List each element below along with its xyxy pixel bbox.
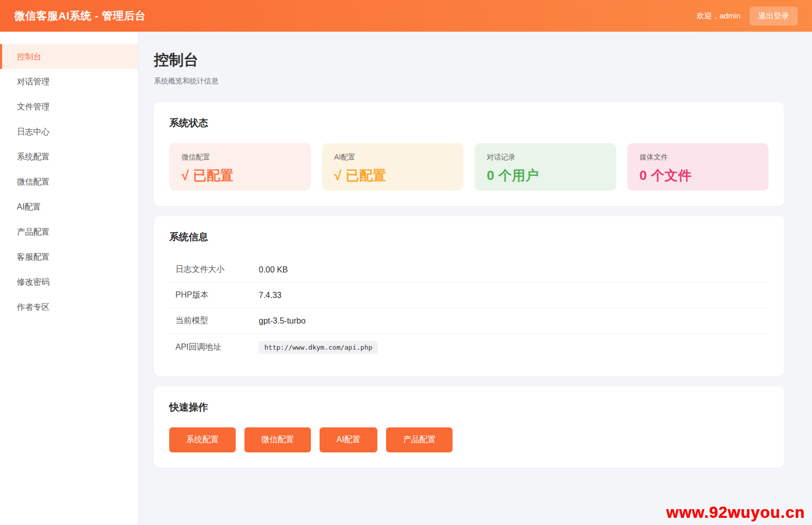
info-label: 当前模型: [175, 315, 259, 326]
sidebar-item-change-password[interactable]: 修改密码: [0, 269, 138, 294]
status-value: 0 个文件: [640, 167, 757, 185]
quick-actions-row: 系统配置 微信配置 AI配置 产品配置: [169, 427, 769, 452]
api-url-code: http://www.dkym.com/api.php: [259, 341, 378, 354]
sidebar-item-wechat-config[interactable]: 微信配置: [0, 169, 138, 194]
status-label: 媒体文件: [640, 153, 757, 162]
info-value: 0.00 KB: [259, 265, 288, 275]
status-value: √ 已配置: [334, 167, 452, 185]
system-info-card: 系统信息 日志文件大小 0.00 KB PHP版本 7.4.33 当前模型 gp…: [154, 216, 784, 376]
sidebar: 控制台 对话管理 文件管理 日志中心 系统配置 微信配置 AI配置 产品配置 客…: [0, 32, 139, 525]
sidebar-item-product-config[interactable]: 产品配置: [0, 219, 138, 244]
quick-product-config-button[interactable]: 产品配置: [386, 427, 453, 452]
app-title: 微信客服AI系统 - 管理后台: [14, 9, 146, 23]
sidebar-item-system-config[interactable]: 系统配置: [0, 144, 138, 169]
sidebar-item-conversations[interactable]: 对话管理: [0, 69, 138, 94]
info-table: 日志文件大小 0.00 KB PHP版本 7.4.33 当前模型 gpt-3.5…: [169, 257, 769, 361]
info-value: 7.4.33: [259, 291, 281, 300]
status-card-wechat: 微信配置 √ 已配置: [169, 143, 311, 191]
page-subtitle: 系统概览和统计信息: [154, 77, 784, 86]
status-card-conversations: 对话记录 0 个用户: [475, 143, 616, 191]
info-label: API回调地址: [175, 342, 259, 353]
page-title: 控制台: [154, 50, 784, 71]
info-row-model: 当前模型 gpt-3.5-turbo: [169, 308, 769, 334]
status-label: 微信配置: [182, 153, 299, 162]
info-row-api-url: API回调地址 http://www.dkym.com/api.php: [169, 334, 769, 361]
watermark-url: www.92wuyou.cn: [666, 504, 805, 522]
info-label: PHP版本: [175, 290, 259, 301]
status-card-ai: AI配置 √ 已配置: [322, 143, 464, 191]
status-label: 对话记录: [487, 153, 604, 162]
sidebar-item-ai-config[interactable]: AI配置: [0, 194, 138, 219]
sidebar-item-service-config[interactable]: 客服配置: [0, 244, 138, 269]
info-value: gpt-3.5-turbo: [259, 316, 306, 326]
sidebar-item-author-zone[interactable]: 作者专区: [0, 294, 138, 319]
info-row-log-size: 日志文件大小 0.00 KB: [169, 257, 769, 283]
status-card-media: 媒体文件 0 个文件: [627, 143, 769, 191]
sidebar-item-logs[interactable]: 日志中心: [0, 119, 138, 144]
system-status-card: 系统状态 微信配置 √ 已配置 AI配置 √ 已配置 对话记录 0 个用户 媒体…: [154, 102, 784, 206]
sidebar-item-files[interactable]: 文件管理: [0, 94, 138, 119]
quick-actions-card: 快速操作 系统配置 微信配置 AI配置 产品配置: [154, 386, 784, 468]
sidebar-item-console[interactable]: 控制台: [0, 44, 138, 69]
quick-system-config-button[interactable]: 系统配置: [169, 427, 236, 452]
top-header: 微信客服AI系统 - 管理后台 欢迎，admin 退出登录: [0, 0, 812, 32]
status-value: √ 已配置: [182, 167, 299, 185]
status-value: 0 个用户: [487, 167, 604, 185]
quick-wechat-config-button[interactable]: 微信配置: [244, 427, 311, 452]
main-content: 控制台 系统概览和统计信息 系统状态 微信配置 √ 已配置 AI配置 √ 已配置…: [139, 32, 812, 525]
quick-actions-title: 快速操作: [169, 401, 769, 414]
status-grid: 微信配置 √ 已配置 AI配置 √ 已配置 对话记录 0 个用户 媒体文件 0 …: [169, 143, 769, 191]
welcome-text: 欢迎，admin: [696, 11, 740, 21]
logout-button[interactable]: 退出登录: [750, 7, 798, 26]
status-label: AI配置: [334, 153, 452, 162]
info-label: 日志文件大小: [175, 264, 259, 275]
system-info-title: 系统信息: [169, 231, 769, 244]
system-status-title: 系统状态: [169, 117, 769, 130]
quick-ai-config-button[interactable]: AI配置: [320, 427, 377, 452]
info-row-php-version: PHP版本 7.4.33: [169, 283, 769, 308]
